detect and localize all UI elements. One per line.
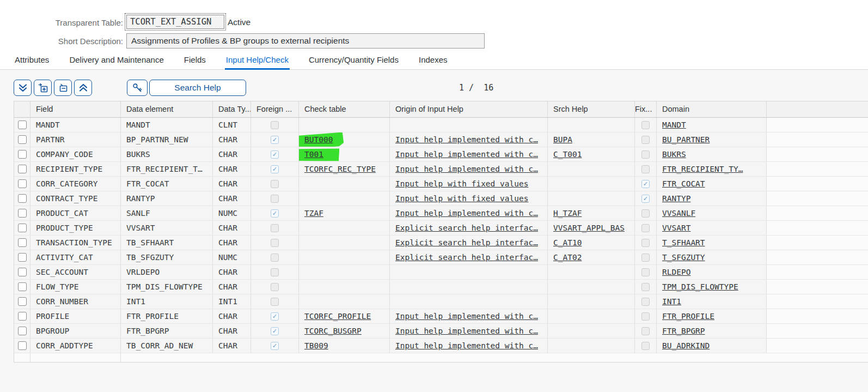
- fixed-values-checkbox[interactable]: [641, 209, 650, 218]
- domain-link[interactable]: TPM_DIS_FLOWTYPE: [662, 282, 738, 291]
- fixed-values-checkbox[interactable]: [641, 224, 650, 232]
- tab-currency-quantity-fields[interactable]: Currency/Quantity Fields: [308, 52, 400, 70]
- domain-link[interactable]: BUKRS: [662, 150, 686, 159]
- check-table-link[interactable]: TZAF: [304, 209, 323, 218]
- row-select-checkbox[interactable]: [18, 209, 27, 218]
- foreign-key-checkbox[interactable]: ✓: [271, 312, 279, 321]
- domain-link[interactable]: T_SFGZUTY: [662, 253, 705, 262]
- foreign-key-checkbox[interactable]: [271, 239, 279, 247]
- foreign-key-checkbox[interactable]: [271, 195, 279, 203]
- foreign-key-checkbox[interactable]: [271, 268, 279, 276]
- domain-link[interactable]: MANDT: [662, 120, 686, 129]
- check-table-link[interactable]: BUT000: [304, 135, 333, 144]
- delete-row-button[interactable]: [54, 80, 72, 96]
- tab-fields[interactable]: Fields: [183, 52, 207, 70]
- row-select-checkbox[interactable]: [18, 253, 27, 262]
- grid-append-row[interactable]: [14, 353, 868, 362]
- column-header-check-table[interactable]: Check table: [299, 101, 390, 117]
- origin-of-input-help-link[interactable]: Input help implemented with c…: [395, 312, 538, 321]
- fixed-values-checkbox[interactable]: ✓: [641, 180, 650, 188]
- origin-of-input-help-link[interactable]: Input help implemented with c…: [395, 165, 538, 173]
- fixed-values-checkbox[interactable]: [641, 283, 650, 291]
- check-table-link[interactable]: TCORFC_PROFILE: [304, 312, 371, 321]
- fixed-values-checkbox[interactable]: [641, 254, 650, 262]
- tab-indexes[interactable]: Indexes: [418, 52, 449, 70]
- table-name-input[interactable]: [126, 15, 224, 29]
- origin-of-input-help-link[interactable]: Input help implemented with c…: [395, 341, 538, 350]
- row-select-checkbox[interactable]: [18, 150, 27, 159]
- origin-of-input-help-link[interactable]: Explicit search help interfac…: [395, 253, 538, 262]
- origin-of-input-help-link[interactable]: Input help implemented with c…: [395, 209, 538, 218]
- domain-link[interactable]: INT1: [662, 297, 681, 306]
- fixed-values-checkbox[interactable]: [641, 150, 650, 159]
- row-select-checkbox[interactable]: [18, 179, 27, 188]
- domain-link[interactable]: T_SFHAART: [662, 238, 705, 247]
- column-header-data-element[interactable]: Data element: [121, 101, 213, 117]
- column-header-fix[interactable]: Fix...: [635, 101, 657, 117]
- fixed-values-checkbox[interactable]: [641, 136, 650, 144]
- foreign-key-checkbox[interactable]: ✓: [271, 165, 279, 173]
- fixed-values-checkbox[interactable]: [641, 165, 650, 173]
- fixed-values-checkbox[interactable]: [641, 312, 650, 321]
- foreign-key-checkbox[interactable]: [271, 298, 279, 306]
- tab-input-help-check[interactable]: Input Help/Check: [225, 52, 290, 70]
- row-select-checkbox[interactable]: [18, 268, 27, 276]
- foreign-key-checkbox[interactable]: [271, 180, 279, 188]
- domain-link[interactable]: RANTYP: [662, 194, 690, 203]
- foreign-key-checkbox[interactable]: ✓: [271, 327, 279, 335]
- foreign-key-checkbox[interactable]: ✓: [271, 150, 279, 159]
- search-help-link[interactable]: C_AT10: [553, 238, 582, 247]
- fixed-values-checkbox[interactable]: [641, 342, 650, 350]
- key-button[interactable]: [127, 80, 148, 96]
- insert-row-button[interactable]: [34, 80, 52, 96]
- row-select-checkbox[interactable]: [18, 224, 27, 232]
- foreign-key-checkbox[interactable]: ✓: [271, 342, 279, 350]
- origin-of-input-help-link[interactable]: Explicit search help interfac…: [395, 238, 538, 247]
- check-table-link[interactable]: T001: [304, 150, 323, 159]
- check-table-link[interactable]: TCORC_BUSGRP: [304, 327, 362, 335]
- check-table-link[interactable]: TB009: [304, 341, 328, 350]
- row-select-checkbox[interactable]: [18, 135, 27, 144]
- scroll-to-top-button[interactable]: [74, 80, 92, 96]
- row-select-checkbox[interactable]: [18, 327, 27, 335]
- foreign-key-checkbox[interactable]: [271, 224, 279, 232]
- search-help-link[interactable]: H_TZAF: [553, 209, 582, 218]
- domain-link[interactable]: RLDEPO: [662, 268, 690, 276]
- short-description-input[interactable]: [126, 33, 485, 49]
- fixed-values-checkbox[interactable]: [641, 298, 650, 306]
- domain-link[interactable]: FTR_RECIPIENT_TY…: [662, 165, 743, 173]
- domain-link[interactable]: BU_PARTNER: [662, 135, 710, 144]
- column-header-domain[interactable]: Domain: [657, 101, 767, 117]
- tab-attributes[interactable]: Attributes: [14, 52, 50, 70]
- tab-delivery-and-maintenance[interactable]: Delivery and Maintenance: [68, 52, 164, 70]
- column-header-foreign[interactable]: Foreign ...: [251, 101, 299, 117]
- foreign-key-checkbox[interactable]: [271, 121, 279, 129]
- search-help-link[interactable]: C_AT02: [553, 253, 582, 262]
- foreign-key-checkbox[interactable]: ✓: [271, 209, 279, 218]
- domain-link[interactable]: FTR_COCAT: [662, 179, 705, 188]
- search-help-link[interactable]: C_T001: [553, 150, 582, 159]
- row-select-checkbox[interactable]: [18, 120, 27, 129]
- foreign-key-checkbox[interactable]: [271, 283, 279, 291]
- domain-link[interactable]: FTR_PROFILE: [662, 312, 714, 321]
- column-header-field[interactable]: Field: [30, 101, 121, 117]
- row-select-checkbox[interactable]: [18, 341, 27, 350]
- origin-of-input-help-link[interactable]: Input help implemented with c…: [395, 327, 538, 335]
- row-select-checkbox[interactable]: [18, 238, 27, 247]
- row-select-checkbox[interactable]: [18, 165, 27, 173]
- fixed-values-checkbox[interactable]: ✓: [641, 195, 650, 203]
- search-help-link[interactable]: VVSART_APPL_BAS: [553, 224, 625, 232]
- row-select-checkbox[interactable]: [18, 282, 27, 291]
- domain-link[interactable]: VVSART: [662, 224, 690, 232]
- domain-link[interactable]: FTR_BPGRP: [662, 327, 705, 335]
- origin-of-input-help-link[interactable]: Input help implemented with c…: [395, 150, 538, 159]
- row-select-checkbox[interactable]: [18, 312, 27, 321]
- search-help-link[interactable]: BUPA: [553, 135, 572, 144]
- fixed-values-checkbox[interactable]: [641, 268, 650, 276]
- origin-of-input-help-link[interactable]: Input help implemented with c…: [395, 135, 538, 144]
- check-table-link[interactable]: TCORFC_REC_TYPE: [304, 165, 376, 173]
- domain-link[interactable]: VVSANLF: [662, 209, 695, 218]
- column-header-origin-of-input-help[interactable]: Origin of Input Help: [390, 101, 548, 117]
- origin-of-input-help-link[interactable]: Input help with fixed values: [395, 194, 528, 203]
- search-help-button[interactable]: Search Help: [149, 80, 246, 96]
